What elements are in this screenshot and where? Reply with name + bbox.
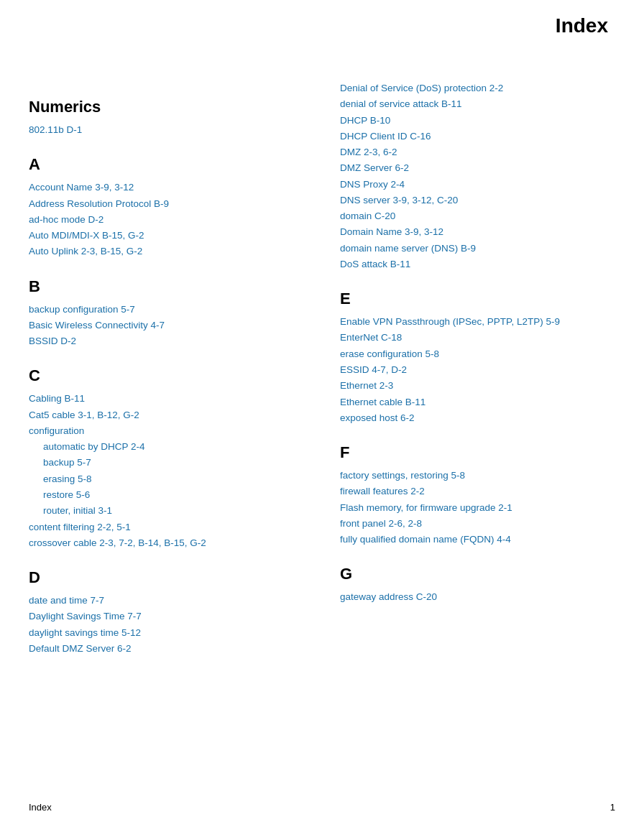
index-entry: domain name server (DNS) B-9 xyxy=(340,241,615,257)
index-entry: firewall features 2-2 xyxy=(340,484,615,499)
index-entry: configuration xyxy=(29,423,304,439)
footer-left: Index xyxy=(29,802,52,813)
section-block: EEnable VPN Passthrough (IPSec, PPTP, L2… xyxy=(340,290,615,426)
index-entry: Account Name 3-9, 3-12 xyxy=(29,180,304,195)
page-footer: Index 1 xyxy=(29,795,615,813)
section-block: Numerics802.11b D-1 xyxy=(29,98,304,138)
index-entry: restore 5-6 xyxy=(29,487,304,503)
index-entry: EnterNet C-18 xyxy=(340,330,615,346)
index-entry: Cat5 cable 3-1, B-12, G-2 xyxy=(29,407,304,423)
index-entry: router, initial 3-1 xyxy=(29,503,304,519)
index-entry: DMZ Server 6-2 xyxy=(340,160,615,176)
index-entry: Default DMZ Server 6-2 xyxy=(29,641,304,657)
index-entry: Enable VPN Passthrough (IPSec, PPTP, L2T… xyxy=(340,314,615,330)
index-entry: DNS server 3-9, 3-12, C-20 xyxy=(340,193,615,208)
index-entry: content filtering 2-2, 5-1 xyxy=(29,519,304,535)
index-entry: DNS Proxy 2-4 xyxy=(340,177,615,193)
index-entry: DHCP Client ID C-16 xyxy=(340,129,615,144)
index-entry: exposed host 6-2 xyxy=(340,410,615,426)
index-entry: Cabling B-11 xyxy=(29,391,304,407)
right-column: Denial of Service (DoS) protection 2-2de… xyxy=(333,80,615,664)
index-entry: crossover cable 2-3, 7-2, B-14, B-15, G-… xyxy=(29,535,304,551)
section-block: Denial of Service (DoS) protection 2-2de… xyxy=(340,80,615,272)
page-header: Index xyxy=(29,14,615,37)
section-block: Ggateway address C-20 xyxy=(340,565,615,605)
section-block: Ddate and time 7-7Daylight Savings Time … xyxy=(29,568,304,657)
section-heading: Numerics xyxy=(29,98,304,116)
left-column: Numerics802.11b D-1AAccount Name 3-9, 3-… xyxy=(29,80,311,664)
section-block: Ffactory settings, restoring 5-8firewall… xyxy=(340,443,615,548)
index-entry: Flash memory, for firmware upgrade 2-1 xyxy=(340,500,615,516)
index-entry: factory settings, restoring 5-8 xyxy=(340,468,615,484)
index-entry: daylight savings time 5-12 xyxy=(29,625,304,641)
section-block: Bbackup configuration 5-7Basic Wireless … xyxy=(29,277,304,350)
index-entry: BSSID D-2 xyxy=(29,333,304,349)
index-entry: DHCP B-10 xyxy=(340,113,615,129)
index-entry: domain C-20 xyxy=(340,208,615,224)
index-entry: DoS attack B-11 xyxy=(340,257,615,272)
index-entry: Basic Wireless Connectivity 4-7 xyxy=(29,318,304,333)
footer-right: 1 xyxy=(610,802,615,813)
index-entry: automatic by DHCP 2-4 xyxy=(29,439,304,455)
section-block: AAccount Name 3-9, 3-12Address Resolutio… xyxy=(29,155,304,259)
index-entry: date and time 7-7 xyxy=(29,593,304,609)
index-entry: backup configuration 5-7 xyxy=(29,302,304,318)
section-heading: C xyxy=(29,366,304,385)
section-heading: G xyxy=(340,565,615,583)
index-entry: gateway address C-20 xyxy=(340,589,615,605)
index-entry: Ethernet cable B-11 xyxy=(340,394,615,410)
index-entry: erasing 5-8 xyxy=(29,471,304,487)
index-entry: Auto Uplink 2-3, B-15, G-2 xyxy=(29,244,304,259)
index-entry: backup 5-7 xyxy=(29,455,304,471)
index-entry: denial of service attack B-11 xyxy=(340,96,615,112)
section-heading: B xyxy=(29,277,304,296)
section-heading: D xyxy=(29,568,304,587)
index-entry: Denial of Service (DoS) protection 2-2 xyxy=(340,80,615,96)
index-entry: front panel 2-6, 2-8 xyxy=(340,516,615,532)
index-entry: DMZ 2-3, 6-2 xyxy=(340,144,615,160)
index-entry: ESSID 4-7, D-2 xyxy=(340,362,615,378)
index-entry: Ethernet 2-3 xyxy=(340,378,615,394)
index-entry: ad-hoc mode D-2 xyxy=(29,212,304,228)
section-heading: F xyxy=(340,443,615,462)
section-heading: A xyxy=(29,155,304,174)
index-entry: Domain Name 3-9, 3-12 xyxy=(340,224,615,240)
index-entry: erase configuration 5-8 xyxy=(340,346,615,362)
section-block: CCabling B-11Cat5 cable 3-1, B-12, G-2co… xyxy=(29,366,304,551)
index-entry: Address Resolution Protocol B-9 xyxy=(29,196,304,212)
index-entry: Auto MDI/MDI-X B-15, G-2 xyxy=(29,228,304,244)
index-entry: 802.11b D-1 xyxy=(29,122,304,138)
index-entry: fully qualified domain name (FQDN) 4-4 xyxy=(340,532,615,548)
section-heading: E xyxy=(340,290,615,308)
index-entry: Daylight Savings Time 7-7 xyxy=(29,609,304,624)
